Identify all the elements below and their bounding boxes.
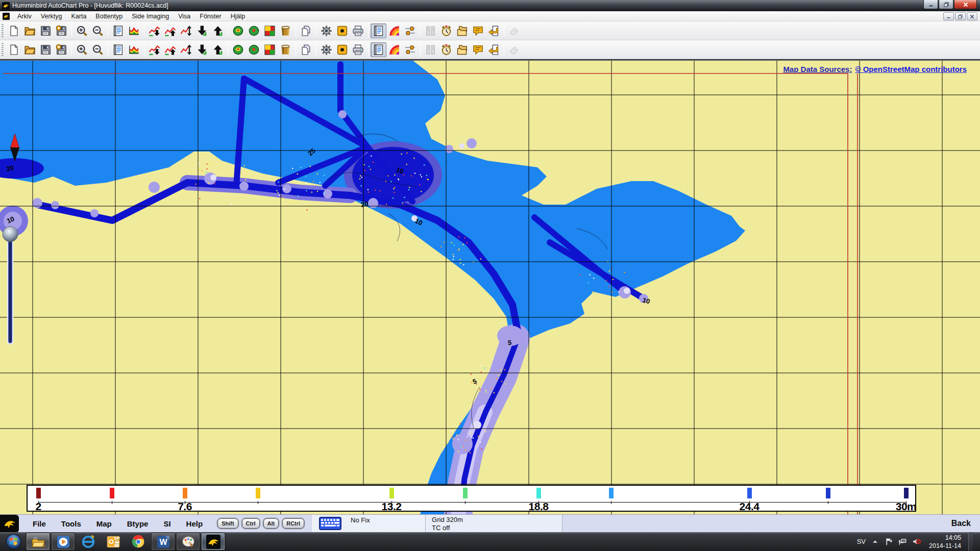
toolbar-button-chart-arrow-down[interactable] xyxy=(146,23,162,38)
bottom-menu-si[interactable]: SI xyxy=(156,519,178,528)
toolbar-button-folder-copy[interactable] xyxy=(454,42,470,57)
toolbar-button-color-map[interactable] xyxy=(262,42,278,57)
bottom-menu-map[interactable]: Map xyxy=(89,519,119,528)
toolbar-button-zoom-in[interactable] xyxy=(74,23,90,38)
toolbar-button-save-plus[interactable] xyxy=(54,23,69,38)
toolbar-button-printer[interactable] xyxy=(350,23,366,38)
taskbar-app-humminbird[interactable] xyxy=(201,533,225,550)
mdi-close-button[interactable] xyxy=(967,12,977,20)
toolbar-button-color-map[interactable] xyxy=(262,23,278,38)
menu-verktyg[interactable]: Verktyg xyxy=(36,12,67,21)
toolbar-button-rainbow-chart[interactable] xyxy=(386,23,402,38)
toolbar-button-alarm-clock[interactable] xyxy=(438,42,454,57)
toolbar-button-sonar-blob[interactable] xyxy=(246,23,262,38)
toolbar-button-save[interactable] xyxy=(38,42,54,57)
taskbar-app-outlook[interactable]: O xyxy=(101,533,125,550)
toolbar-button-copy-page[interactable] xyxy=(298,23,314,38)
toolbar-button-arrow-up-chart[interactable] xyxy=(210,42,226,57)
toolbar-button-area-chart[interactable] xyxy=(126,42,142,57)
mdi-restore-button[interactable] xyxy=(955,12,966,20)
toolbar-gripper[interactable] xyxy=(2,24,4,37)
taskbar-app-paint[interactable] xyxy=(176,533,200,550)
osm-link[interactable]: © OpenStreetMap contributors xyxy=(855,65,967,73)
toolbar-gripper[interactable] xyxy=(2,43,4,56)
toolbar-button-notes[interactable] xyxy=(110,23,126,38)
bottom-menu-tools[interactable]: Tools xyxy=(54,519,89,528)
bottom-menu-file[interactable]: File xyxy=(25,519,54,528)
menu-visa[interactable]: Visa xyxy=(174,12,195,21)
menu-bottentyp[interactable]: Bottentyp xyxy=(91,12,127,21)
menu-arkiv[interactable]: Arkiv xyxy=(13,12,36,21)
zoom-slider[interactable] xyxy=(3,227,18,344)
toolbar-button-zoom-out[interactable] xyxy=(90,42,106,57)
toolbar-button-zoom-in[interactable] xyxy=(74,42,90,57)
menu-fönster[interactable]: Fönster xyxy=(195,12,226,21)
action-center-flag-icon[interactable] xyxy=(885,537,893,546)
toolbar-button-sonar-blob[interactable] xyxy=(246,42,262,57)
toolbar-button-exit-door[interactable] xyxy=(486,42,502,57)
toolbar-button-sliders[interactable] xyxy=(402,23,418,38)
on-screen-keyboard-button[interactable] xyxy=(319,517,341,530)
show-desktop-button[interactable] xyxy=(968,532,973,551)
close-button[interactable] xyxy=(954,0,977,9)
toolbar-button-save-plus[interactable] xyxy=(54,42,69,57)
menu-side-imaging[interactable]: Side Imaging xyxy=(127,12,174,21)
map-canvas[interactable]: 2010251020105510 Map Data Sources:© Open… xyxy=(0,60,980,514)
toolbar-button-speech-bubble[interactable] xyxy=(470,42,486,57)
toolbar-button-exit-door[interactable] xyxy=(486,23,502,38)
toolbar-button-bucket[interactable] xyxy=(278,23,293,38)
restore-button[interactable] xyxy=(939,0,953,9)
toolbar-button-arrow-up-chart[interactable] xyxy=(210,23,226,38)
taskbar-app-internet-explorer[interactable] xyxy=(76,533,100,550)
bottom-menu-help[interactable]: Help xyxy=(179,519,211,528)
taskbar-app-word[interactable]: W xyxy=(151,533,175,550)
toolbar-button-bucket[interactable] xyxy=(278,42,293,57)
toolbar-button-arrow-down-chart[interactable] xyxy=(194,42,210,57)
modifier-key-alt[interactable]: Alt xyxy=(263,518,279,529)
menu-hjälp[interactable]: Hjälp xyxy=(226,12,250,21)
taskbar-app-windows-explorer[interactable] xyxy=(26,533,50,550)
toolbar-button-notes[interactable] xyxy=(110,42,126,57)
toolbar-button-gear[interactable] xyxy=(318,42,334,57)
toolbar-button-rainbow-chart[interactable] xyxy=(386,42,402,57)
toolbar-button-arrow-down-chart[interactable] xyxy=(194,23,210,38)
taskbar-app-chrome[interactable] xyxy=(126,533,150,550)
toolbar-button-new-document[interactable] xyxy=(6,42,22,57)
modifier-key-shift[interactable]: Shift xyxy=(217,518,238,529)
toolbar-button-copy-page[interactable] xyxy=(298,42,314,57)
modifier-key-ctrl[interactable]: Ctrl xyxy=(242,518,260,529)
back-button[interactable]: Back xyxy=(951,519,971,528)
network-icon[interactable] xyxy=(898,537,907,546)
toolbar-button-chart-arrows-updown[interactable] xyxy=(178,23,194,38)
toolbar-button-printer[interactable] xyxy=(350,42,366,57)
toolbar-button-chart-arrows-updown[interactable] xyxy=(178,42,194,57)
menu-karta[interactable]: Karta xyxy=(66,12,91,21)
toolbar-button-beacon[interactable] xyxy=(334,23,350,38)
toolbar-button-open-folder[interactable] xyxy=(22,23,38,38)
toolbar-button-sonar-blob-multi[interactable] xyxy=(230,23,246,38)
start-button[interactable] xyxy=(4,533,23,550)
toolbar-button-speech-bubble[interactable] xyxy=(470,23,486,38)
toolbar-button-chart-arrow-up[interactable] xyxy=(162,42,178,57)
taskbar-app-media-player[interactable] xyxy=(51,533,75,550)
toolbar-button-zoom-out[interactable] xyxy=(90,23,106,38)
volume-muted-icon[interactable] xyxy=(912,537,921,546)
toolbar-button-chart-arrow-up[interactable] xyxy=(162,23,178,38)
zoom-slider-knob[interactable] xyxy=(3,227,18,242)
clock[interactable]: 14:05 2014-11-14 xyxy=(929,534,961,550)
toolbar-button-notes-view[interactable] xyxy=(371,42,386,57)
toolbar-button-beacon[interactable] xyxy=(334,42,350,57)
toolbar-button-folder-copy[interactable] xyxy=(454,23,470,38)
toolbar-button-gear[interactable] xyxy=(318,23,334,38)
keyboard-language-indicator[interactable]: SV xyxy=(857,538,866,545)
toolbar-button-sliders[interactable] xyxy=(402,42,418,57)
toolbar-button-new-document[interactable] xyxy=(6,23,22,38)
toolbar-button-notes-view[interactable] xyxy=(371,23,386,38)
minimize-button[interactable] xyxy=(923,0,938,9)
modifier-key-rctrl[interactable]: RCtrl xyxy=(282,518,304,529)
toolbar-button-save[interactable] xyxy=(38,23,54,38)
toolbar-button-open-folder[interactable] xyxy=(22,42,38,57)
mdi-minimize-button[interactable] xyxy=(943,12,954,20)
show-hidden-icons-button[interactable] xyxy=(871,537,879,546)
toolbar-button-chart-arrow-down[interactable] xyxy=(146,42,162,57)
